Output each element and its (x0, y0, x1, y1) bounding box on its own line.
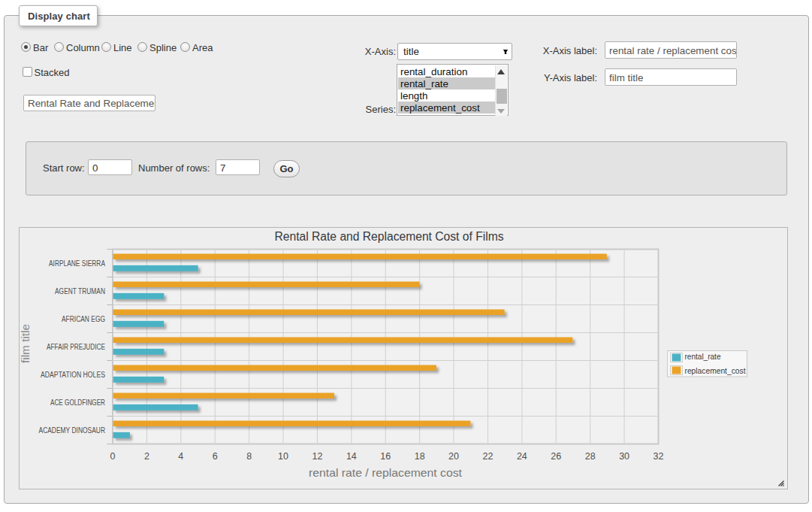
svg-text:20: 20 (448, 451, 459, 462)
svg-text:24: 24 (517, 451, 527, 462)
svg-text:ACE GOLDFINGER: ACE GOLDFINGER (50, 398, 105, 407)
svg-text:ADAPTATION HOLES: ADAPTATION HOLES (41, 371, 105, 379)
svg-text:10: 10 (278, 451, 288, 462)
svg-text:16: 16 (380, 451, 391, 462)
svg-text:32: 32 (654, 451, 664, 462)
svg-text:2: 2 (144, 451, 149, 462)
svg-text:Rental Rate and Replacement Co: Rental Rate and Replacement Cost of Film… (275, 230, 504, 243)
svg-text:14: 14 (346, 451, 357, 462)
svg-text:28: 28 (585, 451, 596, 462)
svg-text:AIRPLANE SIERRA: AIRPLANE SIERRA (49, 259, 105, 268)
svg-text:rental_rate: rental_rate (685, 352, 721, 361)
svg-text:4: 4 (178, 451, 183, 462)
svg-text:22: 22 (483, 451, 494, 462)
svg-text:AGENT TRUMAN: AGENT TRUMAN (55, 287, 105, 295)
svg-text:replacement_cost: replacement_cost (685, 366, 746, 375)
svg-text:rental rate / replacement cost: rental rate / replacement cost (309, 467, 462, 479)
svg-text:6: 6 (213, 451, 218, 462)
svg-text:30: 30 (619, 451, 629, 462)
svg-text:8: 8 (246, 451, 252, 462)
svg-text:26: 26 (551, 451, 561, 462)
svg-text:film title: film title (20, 324, 32, 363)
svg-text:ACADEMY DINOSAUR: ACADEMY DINOSAUR (39, 426, 106, 435)
svg-text:12: 12 (312, 451, 322, 462)
svg-text:18: 18 (415, 451, 425, 462)
svg-text:AFFAIR PREJUDICE: AFFAIR PREJUDICE (47, 343, 105, 351)
svg-text:AFRICAN EGG: AFRICAN EGG (62, 315, 105, 323)
svg-text:0: 0 (110, 451, 116, 462)
